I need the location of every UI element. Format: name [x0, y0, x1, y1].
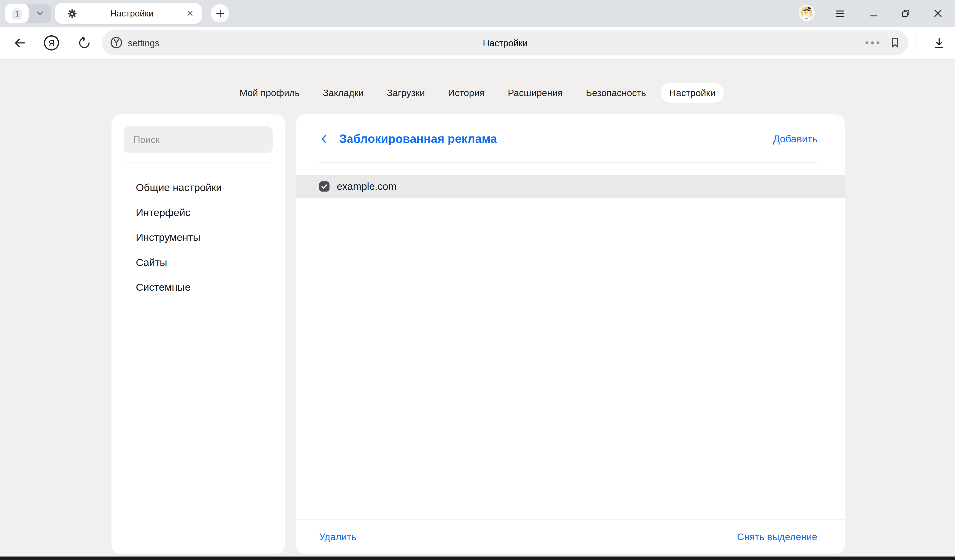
chevron-left-icon	[318, 133, 331, 145]
sidebar-item-tools[interactable]: Инструменты	[136, 225, 273, 250]
new-tab-button[interactable]	[211, 4, 229, 23]
site-favicon-icon	[110, 36, 123, 49]
navigation-toolbar: Я settings Настройки	[0, 27, 955, 59]
reload-button[interactable]	[73, 27, 95, 59]
hamburger-icon	[834, 8, 845, 19]
back-arrow-icon	[13, 36, 27, 50]
settings-section-tabs: Мой профиль Закладки Загрузки История Ра…	[231, 83, 724, 103]
header-divider	[318, 162, 817, 163]
svg-text:1: 1	[15, 10, 19, 18]
address-page-title: Настройки	[102, 37, 908, 48]
minimize-icon	[867, 8, 879, 19]
deselect-button[interactable]: Снять выделение	[737, 532, 817, 543]
row-checkbox[interactable]	[319, 181, 329, 192]
tab-counter-shield-icon: 1	[9, 6, 24, 21]
yandex-home-button[interactable]: Я	[40, 27, 62, 59]
tab-bookmarks[interactable]: Закладки	[315, 83, 373, 103]
sidebar-item-sites[interactable]: Сайты	[136, 250, 273, 275]
window-close-button[interactable]	[932, 8, 944, 20]
download-icon	[933, 36, 946, 50]
close-icon	[933, 8, 944, 19]
toolbar-divider	[917, 33, 917, 53]
tab-downloads[interactable]: Загрузки	[379, 83, 434, 103]
address-query[interactable]: settings	[128, 37, 160, 48]
tab-close-icon[interactable]	[186, 10, 194, 17]
blocked-ad-row[interactable]: example.com	[296, 175, 845, 198]
tab-history[interactable]: История	[440, 83, 493, 103]
browser-tab-settings[interactable]: Настройки	[55, 3, 202, 24]
restore-button[interactable]	[900, 8, 912, 20]
back-button[interactable]	[9, 27, 31, 59]
browser-window: 1	[0, 0, 955, 560]
tab-group-control[interactable]: 1	[5, 3, 51, 23]
tab-strip: 1	[0, 0, 955, 27]
panel-back-button[interactable]	[318, 133, 331, 145]
reload-icon	[77, 36, 91, 50]
panel-header: Заблокированная реклама Добавить	[296, 114, 845, 163]
settings-sidebar: Общие настройки Интерфейс Инструменты Са…	[111, 114, 285, 554]
page-title: Заблокированная реклама	[339, 132, 497, 146]
restore-icon	[900, 8, 911, 19]
yandex-logo-icon: Я	[43, 34, 59, 51]
tab-settings[interactable]: Настройки	[661, 83, 724, 103]
tab-group-dropdown[interactable]	[29, 3, 51, 23]
add-button[interactable]: Добавить	[773, 133, 817, 145]
window-bottom-edge	[0, 557, 955, 560]
gear-icon	[67, 8, 77, 19]
tab-title: Настройки	[77, 9, 186, 19]
sidebar-item-interface[interactable]: Интерфейс	[136, 200, 273, 225]
search-input[interactable]	[124, 126, 273, 153]
tab-security[interactable]: Безопасность	[577, 83, 654, 103]
tab-counter[interactable]: 1	[5, 3, 28, 23]
sidebar-item-general[interactable]: Общие настройки	[136, 175, 273, 200]
minimize-button[interactable]	[867, 8, 880, 20]
downloads-button[interactable]	[927, 27, 952, 59]
browser-menu-button[interactable]	[834, 8, 846, 20]
delete-button[interactable]: Удалить	[319, 532, 357, 543]
address-bar[interactable]: settings Настройки	[102, 30, 908, 55]
address-more-button[interactable]	[866, 41, 880, 44]
sidebar-list: Общие настройки Интерфейс Инструменты Са…	[136, 175, 273, 300]
panel-footer: Удалить Снять выделение	[296, 520, 845, 554]
blocked-ads-panel: Заблокированная реклама Добавить example…	[296, 114, 845, 554]
profile-avatar[interactable]	[798, 5, 815, 21]
tab-extensions[interactable]: Расширения	[499, 83, 571, 103]
check-icon	[320, 183, 328, 190]
blocked-domain: example.com	[337, 181, 396, 192]
chevron-down-icon	[34, 8, 46, 20]
sidebar-item-system[interactable]: Системные	[136, 275, 273, 300]
sidebar-divider	[124, 162, 273, 163]
tab-my-profile[interactable]: Мой профиль	[231, 83, 308, 103]
bookmark-icon[interactable]	[889, 37, 900, 48]
plus-icon	[214, 8, 225, 19]
svg-text:Я: Я	[48, 38, 54, 48]
